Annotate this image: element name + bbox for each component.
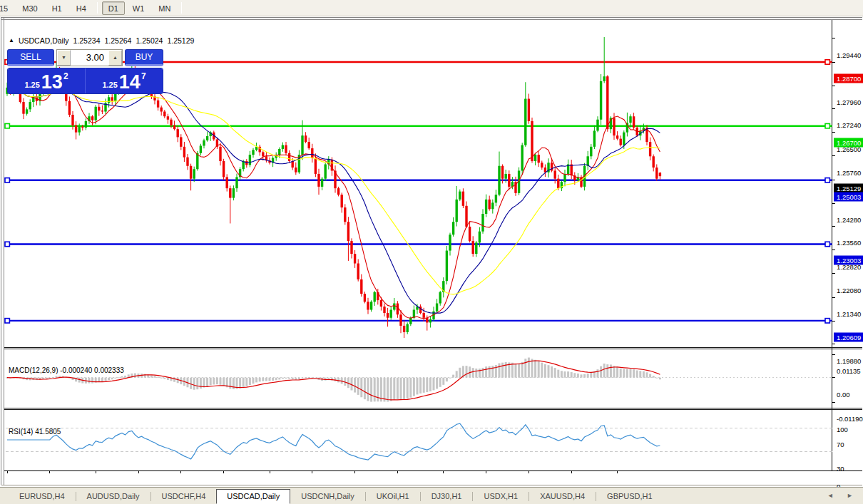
chart-tab-usdcad[interactable]: USDCAD,Daily <box>216 489 290 504</box>
macd-axis-tick: -0.01190 <box>837 415 863 423</box>
chart-tab-dj30[interactable]: DJ30,H1 <box>421 489 473 504</box>
timeframe-button-d1[interactable]: D1 <box>102 1 125 15</box>
ask-price[interactable]: 1.25 14 7 <box>86 68 163 93</box>
hline-handle[interactable] <box>5 178 9 182</box>
hline-handle[interactable] <box>825 178 829 182</box>
timeframe-button-m30[interactable]: M30 <box>16 1 44 15</box>
symbol-period-label: USDCAD,Daily <box>19 36 69 45</box>
timeframe-button-h4[interactable]: H4 <box>70 1 93 15</box>
hline-handle[interactable] <box>5 123 9 128</box>
chart-title: ▲ USDCAD,Daily 1.25234 1.25264 1.25024 1… <box>9 36 194 45</box>
toolbar-separator <box>181 2 182 14</box>
one-click-trading-panel: SELL ▼ 3.00 ▲ BUY 1.25 13 2 1.25 14 7 <box>7 49 163 94</box>
rsi-axis-tick: 30 <box>837 465 844 473</box>
chart-tab-gbpusd[interactable]: GBPUSD,H1 <box>596 489 663 504</box>
volume-control: ▼ 3.00 ▲ <box>56 49 123 66</box>
price-axis-tick: 1.23560 <box>837 239 861 247</box>
hline-handle[interactable] <box>825 60 829 64</box>
volume-input[interactable]: 3.00 <box>71 50 108 66</box>
bid-price[interactable]: 1.25 13 2 <box>8 68 86 93</box>
volume-decrease-button[interactable]: ▼ <box>57 50 71 66</box>
price-axis-tick: 1.27960 <box>837 98 861 106</box>
hline-handle[interactable] <box>825 319 829 323</box>
chart-tab-ukoil[interactable]: UKOil,H1 <box>366 489 420 504</box>
rsi-indicator-label: RSI(14) 41.5805 <box>9 428 61 436</box>
bid-price-pips: 13 <box>41 73 63 91</box>
ma-8 <box>7 79 660 318</box>
hline-price-label: 1.28700 <box>834 74 863 83</box>
ohlc-open: 1.25234 <box>73 36 101 45</box>
ohlc-high: 1.25264 <box>104 36 131 45</box>
bid-ask-quotes: 1.25 13 2 1.25 14 7 <box>7 68 163 94</box>
timeframe-button-h1[interactable]: H1 <box>46 1 68 15</box>
hline-handle[interactable] <box>825 123 829 128</box>
chart-tab-xauusd[interactable]: XAUUSD,H4 <box>529 489 596 504</box>
timeframe-toolbar: 15M30H1H4D1W1MN <box>0 0 863 16</box>
chart-tab-eurusd[interactable]: EURUSD,H4 <box>9 489 76 504</box>
timeframe-button-mn[interactable]: MN <box>152 1 177 15</box>
timeframe-button-w1[interactable]: W1 <box>126 1 151 15</box>
hline-price-label: 1.20609 <box>834 333 863 342</box>
ma-34 <box>7 86 660 294</box>
chart-window: ▲ USDCAD,Daily 1.25234 1.25264 1.25024 1… <box>0 16 863 487</box>
ohlc-low: 1.25024 <box>136 36 163 45</box>
mt4-window: 15M30H1H4D1W1MN ▲ USDCAD,Daily 1.25234 1… <box>0 0 863 504</box>
toolbar-separator <box>97 2 98 14</box>
macd-axis-tick: 0.00 <box>837 390 850 398</box>
moving-average-lines <box>7 79 660 318</box>
ask-price-major: 1.25 <box>102 81 117 89</box>
bid-price-major: 1.25 <box>24 81 39 89</box>
macd-indicator-label: MACD(12,26,9) -0.000240 0.002333 <box>9 366 124 374</box>
price-axis-tick: 1.19880 <box>837 357 861 365</box>
rsi-axis-tick: 100 <box>837 426 848 433</box>
price-axis-tick: 1.25760 <box>837 169 861 177</box>
price-axis-tick: 1.21340 <box>837 310 861 318</box>
horizontal-lines[interactable] <box>5 60 832 323</box>
ma-20 <box>7 86 660 313</box>
hline-handle[interactable] <box>5 319 9 323</box>
price-axis-tick: 1.27240 <box>837 121 861 129</box>
tab-scroll-arrows[interactable]: ◄ ► <box>827 492 859 499</box>
sell-button[interactable]: SELL <box>7 49 54 66</box>
hline-price-label: 1.26700 <box>834 138 863 148</box>
chart-tab-usdchf[interactable]: USDCHF,H4 <box>151 489 217 504</box>
ohlc-close: 1.25129 <box>167 36 194 45</box>
price-axis-tick: 1.22080 <box>837 287 861 294</box>
collapse-panel-icon[interactable]: ▲ <box>9 38 14 43</box>
buy-button[interactable]: BUY <box>125 49 163 66</box>
price-axis-tick: 1.24280 <box>837 216 861 224</box>
rsi-axis-tick: 70 <box>837 441 844 448</box>
chart-tab-usdcnh[interactable]: USDCNH,Daily <box>290 489 365 504</box>
volume-increase-button[interactable]: ▲ <box>108 50 122 66</box>
hline-price-label: 1.25003 <box>834 192 863 202</box>
chart-tab-usdx[interactable]: USDX,H1 <box>473 489 528 504</box>
hline-price-label: 1.23003 <box>834 256 863 265</box>
bid-price-point: 2 <box>63 71 68 81</box>
chart-tabs-bar: EURUSD,H4AUDUSD,DailyUSDCHF,H4USDCAD,Dai… <box>0 487 863 504</box>
ask-price-point: 7 <box>141 71 146 81</box>
hline-handle[interactable] <box>825 242 829 246</box>
timeframe-button-15[interactable]: 15 <box>0 1 14 15</box>
hline-handle[interactable] <box>5 242 9 246</box>
ask-price-pips: 14 <box>119 73 141 91</box>
rsi-line <box>7 423 660 460</box>
macd-axis-tick: 0.01135 <box>837 367 861 375</box>
price-axis-tick: 1.29440 <box>837 51 861 59</box>
chart-tab-audusd[interactable]: AUDUSD,Daily <box>76 489 150 504</box>
